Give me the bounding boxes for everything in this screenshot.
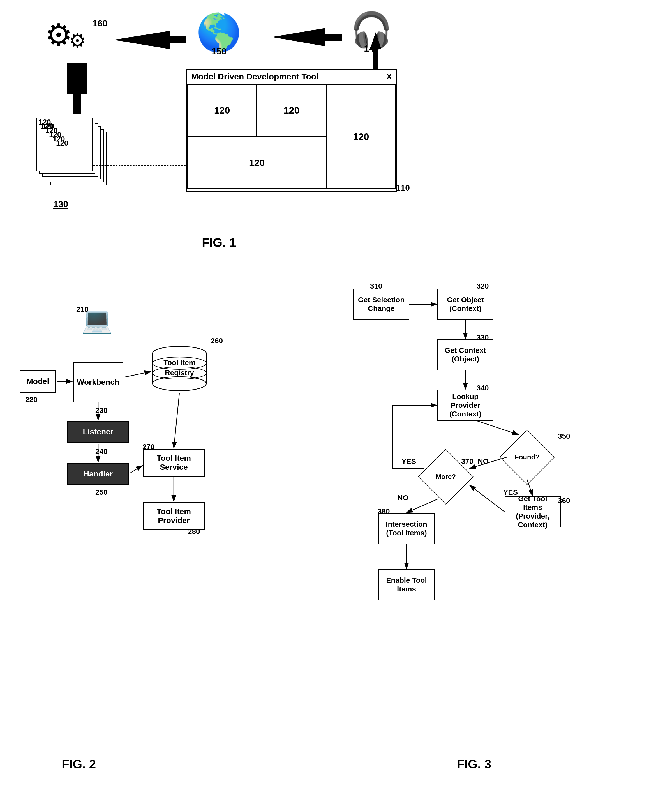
dotted-line-3 [93,165,189,166]
service-label: Tool Item Service [146,454,202,472]
fig3-label: FIG. 3 [457,757,491,771]
yes-label-350: YES [503,488,518,497]
handler-label: Handler [83,469,113,479]
label-370: 370 [461,457,473,466]
label-280: 280 [188,527,200,536]
fig2-area: 💻 210 Model 220 Workbench Listener 230 H… [11,272,320,777]
mddt-box: Model Driven Development Tool X 120 120 … [186,69,397,192]
svg-line-15 [124,371,151,377]
box-360: Get Tool Items (Provider, Context) [505,496,561,527]
arrow-down-gears [67,63,87,114]
mddt-cell-2: 120 [257,84,326,136]
svg-marker-1 [272,28,342,46]
globe-group: 🌎 150 [196,14,242,57]
provider-label: Tool Item Provider [146,507,202,525]
label-380: 380 [378,507,390,516]
arrow-up-to-headset [370,32,381,69]
label-320: 320 [477,282,489,291]
model-label: Model [27,377,50,386]
yes-label-370: YES [402,457,416,466]
svg-marker-3 [370,32,381,69]
mddt-cell-1: 120 [187,84,257,136]
box-330: Get Context (Object) [437,339,493,370]
diamond-370-text: More? [436,473,456,481]
box-320: Get Object (Context) [437,289,493,320]
gear-small-icon: ⚙ [69,31,86,50]
label-120-6: 120 [56,139,68,147]
label-160: 160 [93,18,107,29]
mddt-titlebar: Model Driven Development Tool X [187,70,396,84]
box-390: Enable Tool Items [378,569,435,600]
workbench-box: Workbench [73,362,123,402]
gear-large-icon: ⚙ [45,18,73,52]
svg-marker-2 [67,63,87,114]
diamond-350-text: Found? [515,453,539,461]
mddt-grid: 120 120 120 120 [187,84,396,189]
no-label-350: NO [478,457,489,466]
no-label-370: NO [398,493,408,502]
fig1-label: FIG. 1 [202,235,236,250]
svg-line-18 [130,466,142,473]
workbench-label: Workbench [77,378,120,387]
fig1-area: ⚙ ⚙ 160 🌎 150 🎧 140 [28,8,645,252]
label-270: 270 [142,442,154,451]
box-340: Lookup Provider (Context) [437,390,493,421]
label-230: 230 [95,406,107,415]
svg-point-8 [152,377,206,391]
mddt-close-button[interactable]: X [386,72,392,81]
provider-box: Tool Item Provider [143,502,205,530]
mddt-cell-3: 120 [326,84,396,189]
mddt-title: Model Driven Development Tool [191,72,319,81]
mddt-cell-4: 120 [187,136,326,189]
label-350: 350 [558,432,570,440]
model-box: Model [20,370,56,392]
label-240: 240 [95,447,107,456]
label-110: 110 [396,183,410,193]
svg-line-16 [174,392,179,448]
service-box: Tool Item Service [143,449,205,477]
handler-box: Handler [67,463,129,485]
box-310: Get Selection Change [353,289,409,320]
label-130: 130 [53,199,115,210]
fig2-label: FIG. 2 [62,757,96,771]
label-340: 340 [477,384,489,392]
listener-box: Listener [67,421,129,443]
gear-group: ⚙ ⚙ 160 [45,20,86,50]
registry-label: Tool Item Registry [151,357,208,378]
dotted-line-1 [93,132,189,132]
label-210: 210 [76,305,88,314]
label-250: 250 [95,488,107,497]
label-310: 310 [370,282,382,291]
label-220: 220 [25,395,37,404]
diamond-350-wrap: Found? [505,435,549,480]
dotted-line-2 [93,149,189,149]
box-380: Intersection (Tool Items) [378,513,435,544]
svg-line-25 [470,485,505,512]
svg-marker-0 [114,31,186,49]
listener-label: Listener [83,428,114,436]
arrow-left-2 [272,28,342,46]
arrow-left-1 [114,31,186,49]
label-330: 330 [477,333,489,342]
fig3-area: Get Selection Change 310 Get Object (Con… [336,272,659,777]
registry-group: 260 Tool Item Registry [151,345,208,394]
label-360: 360 [558,496,570,505]
svg-line-23 [477,421,518,435]
svg-line-27 [406,499,437,512]
label-260: 260 [211,336,223,345]
